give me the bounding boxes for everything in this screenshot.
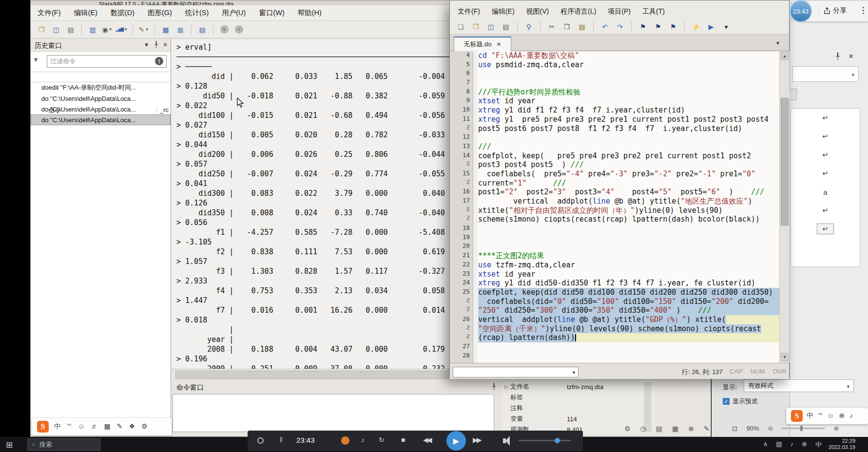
editor-menu-item[interactable]: 程序语言(L) bbox=[560, 7, 596, 16]
history-item[interactable]: doedit "F:\AA-录制\空间did-时间... bbox=[31, 82, 171, 93]
code-line[interactable] bbox=[478, 342, 779, 352]
code-line[interactable]: post5 post6 post7 post8 f1 f2 f3 f4 f7 i… bbox=[478, 124, 779, 133]
ime-icon[interactable]: ♬ bbox=[91, 422, 98, 431]
ime-icon[interactable]: ′° bbox=[818, 412, 822, 420]
log-icon[interactable]: ▥ bbox=[87, 24, 98, 35]
zoom-level[interactable]: 90% bbox=[746, 425, 759, 432]
web-layout-icon[interactable]: ⊕ bbox=[688, 425, 694, 433]
history-filter-input[interactable]: 过滤命令 bbox=[47, 55, 167, 68]
code-line[interactable]: xtreg y1 did f1 f2 f3 f4 f7 i.year,clust… bbox=[478, 106, 779, 115]
ime-icon[interactable]: ′° bbox=[67, 422, 71, 431]
code-line[interactable] bbox=[478, 224, 779, 233]
editor-menu-item[interactable]: 工具(T) bbox=[642, 7, 665, 16]
history-item[interactable]: do "C:\Users\dell\AppData\Loca... bbox=[31, 93, 171, 104]
copy-icon[interactable]: ❐ bbox=[561, 21, 573, 32]
open-icon[interactable]: ❒ bbox=[470, 21, 482, 32]
scroll-up-icon[interactable]: ▲ bbox=[781, 52, 789, 60]
editor-status-combobox[interactable]: ▼ bbox=[453, 367, 579, 377]
new-icon[interactable]: ❏ bbox=[455, 21, 466, 32]
redo-icon[interactable]: ↷ bbox=[614, 21, 626, 32]
code-line[interactable]: xtset id year bbox=[478, 96, 779, 106]
zoom-knob[interactable] bbox=[800, 426, 803, 431]
share-button[interactable]: 分享 bbox=[824, 6, 847, 15]
tab-untitled-do[interactable]: 无标题.do ✕ bbox=[454, 37, 511, 51]
ime-icon[interactable]: ♪ bbox=[849, 412, 853, 420]
code-line[interactable]: coefplot, keep( pre5 pre4 pre3 pre2 pre1… bbox=[478, 151, 779, 161]
ime-icon[interactable]: 中 bbox=[807, 412, 813, 420]
find-icon[interactable]: ⚲ bbox=[523, 21, 535, 32]
cut-icon[interactable]: ✂ bbox=[546, 21, 558, 32]
zoom-slider[interactable] bbox=[782, 428, 825, 429]
tab-list-dropdown-icon[interactable]: ▼ bbox=[775, 40, 780, 46]
zoom-out-icon[interactable]: ⊖ bbox=[768, 425, 773, 432]
wps-style-combobox[interactable]: ▼ bbox=[792, 66, 859, 82]
code-line[interactable] bbox=[478, 242, 779, 251]
doeditor-icon[interactable]: ✎▼ bbox=[138, 24, 150, 35]
ime-icon[interactable]: ✎ bbox=[117, 422, 123, 431]
expand-icon[interactable]: ▷ bbox=[502, 384, 510, 390]
editor-menu-item[interactable]: 项目(P) bbox=[608, 7, 631, 16]
code-line[interactable] bbox=[478, 69, 779, 78]
ime-icon[interactable]: ▦ bbox=[104, 422, 111, 431]
code-line[interactable] bbox=[478, 78, 779, 88]
stata-menu-item[interactable]: 数据(D) bbox=[111, 8, 135, 18]
volume-slider[interactable] bbox=[519, 440, 571, 441]
zoom-in-icon[interactable]: ⊕ bbox=[833, 425, 839, 432]
history-funnel-icon[interactable]: ▼ bbox=[33, 56, 39, 63]
stata-menu-item[interactable]: 编辑(E) bbox=[74, 8, 97, 18]
code-line[interactable] bbox=[478, 352, 779, 361]
ime-icon[interactable]: ❖ bbox=[129, 422, 135, 431]
data-editor-icon[interactable]: ▦ bbox=[160, 24, 172, 35]
graph-icon[interactable]: ▂▅▇▼ bbox=[116, 24, 128, 35]
ime-icon[interactable]: ⊕ bbox=[839, 412, 845, 420]
record-icon[interactable] bbox=[257, 437, 264, 444]
history-error-icon[interactable]: ! bbox=[155, 57, 163, 65]
tray-icon[interactable]: ⊕ bbox=[802, 440, 807, 449]
edit-icon[interactable]: ✎ bbox=[704, 425, 710, 433]
bookmark-next-icon[interactable]: ⚑ bbox=[667, 21, 679, 32]
print-icon[interactable]: ▤ bbox=[500, 21, 512, 32]
ime-icon[interactable]: ⚙ bbox=[141, 422, 148, 431]
code-line[interactable]: coeflabels(did="0" did50="100" did100="1… bbox=[478, 297, 779, 306]
code-line[interactable]: post3 post4 post5 ) /// bbox=[478, 160, 779, 170]
run-quietly-icon[interactable]: ⚡ bbox=[690, 21, 702, 32]
bookmark-toggle-icon[interactable]: ⚑ bbox=[637, 21, 649, 32]
code-line[interactable]: ///平行趋势or时间异质性检验 bbox=[478, 88, 779, 97]
chevron-down-icon[interactable]: ▼ bbox=[145, 27, 149, 32]
stata-menu-item[interactable]: 帮助(H) bbox=[298, 8, 322, 18]
start-button[interactable]: ⊞ bbox=[6, 440, 13, 450]
history-icon[interactable]: ◷ bbox=[640, 425, 646, 433]
code-line[interactable]: xtitle("相对于自由贸易区成立的时间（年）")yline(0) level… bbox=[478, 206, 779, 215]
stata-menu-item[interactable]: 用户(U) bbox=[222, 8, 246, 18]
tray-icon[interactable]: ∧ bbox=[763, 440, 768, 449]
code-line[interactable]: xtreg y1 did did50-did350 f1 f2 f3 f4 f7… bbox=[478, 279, 779, 288]
wps-style-item[interactable]: ↵ bbox=[791, 164, 860, 183]
wps-style-item[interactable]: a bbox=[791, 183, 860, 201]
tray-clock[interactable]: 22:29 2022.03.19 bbox=[829, 438, 855, 451]
ime-icon[interactable]: ☺ bbox=[827, 412, 834, 420]
ime-icon[interactable]: 中 bbox=[54, 422, 61, 431]
save-icon[interactable]: ◫ bbox=[50, 24, 62, 35]
tray-icon[interactable]: 中 bbox=[815, 440, 822, 449]
filter-icon[interactable]: ▼ bbox=[144, 41, 150, 48]
history-item[interactable]: do "C:\Users\dell\AppData\Loca... bbox=[31, 114, 171, 125]
stata-menu-item[interactable]: 图形(G) bbox=[148, 8, 172, 18]
code-line[interactable]: xtset id year bbox=[478, 270, 779, 279]
volume-knob[interactable] bbox=[555, 438, 560, 443]
stata-menu-item[interactable]: 文件(F) bbox=[38, 8, 61, 18]
chevron-down-icon[interactable]: ▼ bbox=[124, 27, 128, 32]
scroll-thumb[interactable] bbox=[175, 371, 475, 379]
code-line[interactable] bbox=[478, 133, 779, 142]
stata-menu-item[interactable]: 窗口(W) bbox=[259, 8, 284, 18]
close-icon[interactable]: ✕ bbox=[163, 41, 168, 48]
wps-style-item[interactable]: ↵ bbox=[791, 127, 860, 146]
close-icon[interactable]: ✕ bbox=[497, 41, 502, 48]
break-icon[interactable]: ✕ bbox=[233, 24, 245, 35]
open-icon[interactable]: ❒ bbox=[36, 24, 47, 35]
command-input[interactable] bbox=[173, 394, 494, 432]
pin-icon[interactable]: ╀ bbox=[492, 383, 496, 390]
sogou-logo[interactable]: S bbox=[791, 410, 803, 422]
code-line[interactable]: post1="2" post2="3" post3="4" post4="5" … bbox=[478, 188, 779, 197]
view-list-icon[interactable]: ▤ bbox=[656, 425, 662, 433]
code-line[interactable]: cd "F:\AAA-重要数据\交稿" bbox=[478, 51, 779, 60]
